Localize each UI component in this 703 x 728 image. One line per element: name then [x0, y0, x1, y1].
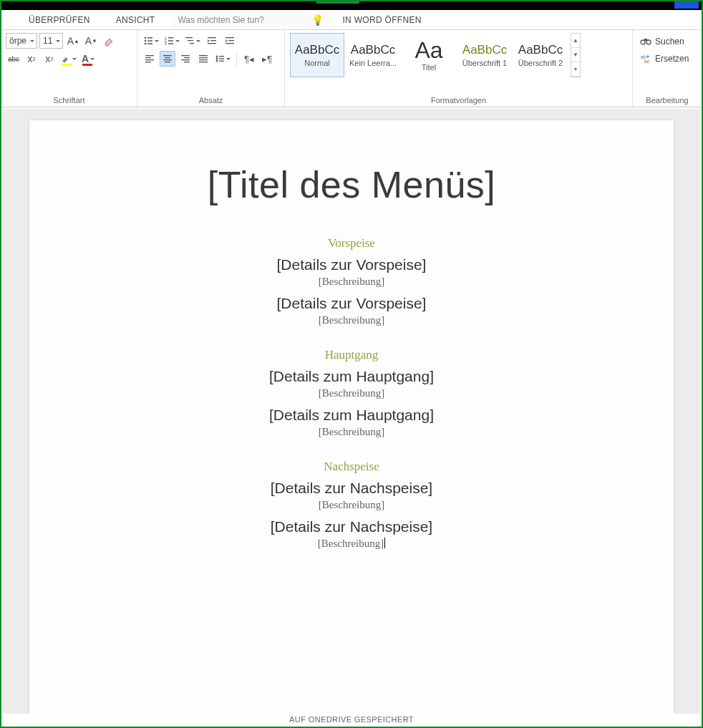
- styles-scroll-btn[interactable]: ▾: [571, 62, 580, 77]
- multilevel-list-button[interactable]: [183, 33, 202, 49]
- strikethrough-button[interactable]: abc: [6, 51, 21, 67]
- ribbon-tabbar: ÜBERPRÜFEN ANSICHT Was möchten Sie tun? …: [1, 10, 702, 30]
- multilevel-list-icon: [185, 36, 195, 46]
- menu-item-description[interactable]: [Beschreibung]: [87, 499, 616, 511]
- open-in-word-button[interactable]: IN WORD ÖFFNEN: [342, 15, 421, 25]
- section-heading[interactable]: Hauptgang: [87, 348, 616, 362]
- style-sample: AaBbCc: [462, 43, 507, 57]
- svg-rect-42: [644, 39, 647, 41]
- numbering-button[interactable]: 123: [163, 33, 181, 49]
- bullets-button[interactable]: [142, 33, 160, 49]
- menu-item-description[interactable]: [Beschreibung]: [87, 426, 616, 438]
- document-title[interactable]: [Titel des Menüs]: [87, 163, 616, 206]
- window-titlebar: [1, 1, 702, 10]
- align-center-icon: [163, 54, 173, 64]
- menu-item-title[interactable]: [Details zur Nachspeise]: [87, 518, 616, 535]
- menu-item-description[interactable]: [Beschreibung]: [87, 387, 616, 399]
- tab-view[interactable]: ANSICHT: [103, 10, 168, 30]
- svg-point-0: [145, 37, 147, 39]
- increase-indent-button[interactable]: [222, 33, 238, 49]
- binoculars-icon: [640, 36, 651, 47]
- titlebar-accent: [316, 1, 359, 4]
- svg-rect-32: [184, 62, 190, 62]
- font-size-value: 11: [43, 36, 52, 46]
- subscript-button[interactable]: x2: [24, 51, 39, 67]
- font-size-select[interactable]: 11: [39, 33, 63, 49]
- align-left-button[interactable]: [142, 51, 157, 67]
- svg-point-4: [145, 43, 147, 45]
- decrease-indent-button[interactable]: [204, 33, 220, 49]
- style--berschrift-1[interactable]: AaBbCcÜberschrift 1: [457, 33, 512, 77]
- grow-font-button[interactable]: A▲: [65, 33, 81, 49]
- align-justify-button[interactable]: [195, 51, 211, 67]
- shrink-font-button[interactable]: A▼: [83, 33, 99, 49]
- replace-button[interactable]: abac Ersetzen: [637, 52, 697, 66]
- menu-item-title[interactable]: [Details zur Nachspeise]: [87, 480, 616, 497]
- separator: [236, 52, 237, 66]
- align-left-icon: [145, 54, 155, 64]
- superscript-button[interactable]: x2: [42, 51, 57, 67]
- svg-rect-9: [168, 40, 173, 42]
- styles-scroll-btn[interactable]: ▲: [571, 34, 580, 48]
- style-sample: AaBbCc: [351, 43, 395, 57]
- svg-text:3: 3: [165, 42, 167, 46]
- styles-scroll-btn[interactable]: ▼: [571, 48, 580, 62]
- group-label-editing: Bearbeitung: [637, 94, 697, 107]
- styles-scroll[interactable]: ▲▼▾: [571, 33, 581, 77]
- menu-item-title[interactable]: [Details zur Vorspeise]: [87, 256, 616, 273]
- rtl-button[interactable]: ▸¶: [259, 51, 275, 67]
- svg-rect-1: [147, 37, 152, 39]
- svg-rect-13: [188, 40, 193, 41]
- svg-rect-26: [165, 57, 170, 58]
- section-heading[interactable]: Nachspeise: [87, 460, 616, 474]
- menu-item-description[interactable]: [Beschreibung]: [87, 276, 616, 288]
- ribbon: örpe 11 A▲ A▼ abc x2 x2 A: [1, 30, 702, 107]
- svg-rect-31: [181, 59, 190, 60]
- find-button[interactable]: Suchen: [637, 34, 697, 49]
- menu-item-title[interactable]: [Details zur Vorspeise]: [87, 295, 616, 312]
- menu-item-title[interactable]: [Details zum Hauptgang]: [87, 368, 616, 385]
- svg-rect-5: [147, 43, 152, 44]
- clear-formatting-button[interactable]: [101, 33, 117, 49]
- tellme-search[interactable]: Was möchten Sie tun? 💡: [172, 12, 329, 28]
- svg-point-2: [145, 40, 147, 42]
- svg-rect-28: [165, 62, 170, 62]
- align-right-icon: [180, 54, 190, 64]
- svg-rect-36: [199, 62, 208, 62]
- highlight-color-button[interactable]: [59, 51, 78, 67]
- svg-rect-33: [199, 55, 208, 56]
- style-normal[interactable]: AaBbCcNormal: [290, 33, 344, 77]
- svg-text:ac: ac: [644, 59, 650, 64]
- align-justify-icon: [198, 54, 208, 64]
- style--berschrift-2[interactable]: AaBbCcÜberschrift 2: [513, 33, 568, 77]
- group-editing: Suchen abac Ersetzen Bearbeitung: [633, 30, 702, 107]
- group-font: örpe 11 A▲ A▼ abc x2 x2 A: [1, 30, 137, 107]
- section-heading[interactable]: Vorspeise: [87, 236, 616, 251]
- menu-item-description[interactable]: [Beschreibung]: [87, 538, 616, 550]
- pilcrow-ltr-icon: ¶◂: [244, 54, 254, 64]
- font-color-button[interactable]: A: [80, 51, 96, 67]
- svg-rect-16: [210, 40, 216, 41]
- tab-review[interactable]: ÜBERPRÜFEN: [16, 10, 103, 30]
- titlebar-accent: [674, 1, 699, 9]
- font-name-select[interactable]: örpe: [6, 33, 37, 49]
- menu-item-description[interactable]: [Beschreibung]: [87, 314, 616, 326]
- align-right-button[interactable]: [178, 51, 193, 67]
- ltr-button[interactable]: ¶◂: [241, 51, 257, 67]
- line-spacing-icon: [215, 54, 225, 64]
- document-page[interactable]: [Titel des Menüs] Vorspeise[Details zur …: [29, 120, 674, 714]
- style-titel[interactable]: AaTitel: [402, 33, 456, 77]
- line-spacing-button[interactable]: [213, 51, 232, 67]
- style-label: Titel: [422, 63, 436, 72]
- style-kein-leerra-[interactable]: AaBbCcKein Leerra...: [346, 33, 400, 77]
- align-center-button[interactable]: [160, 51, 175, 67]
- svg-rect-27: [163, 59, 172, 60]
- svg-rect-19: [228, 40, 234, 41]
- lightbulb-icon: 💡: [311, 14, 324, 26]
- group-paragraph: 123: [137, 30, 285, 107]
- svg-rect-11: [168, 43, 173, 44]
- svg-rect-18: [226, 37, 234, 38]
- styles-gallery: AaBbCcNormalAaBbCcKein Leerra...AaTitelA…: [289, 33, 628, 77]
- menu-item-title[interactable]: [Details zum Hauptgang]: [87, 407, 616, 424]
- svg-rect-20: [226, 43, 234, 44]
